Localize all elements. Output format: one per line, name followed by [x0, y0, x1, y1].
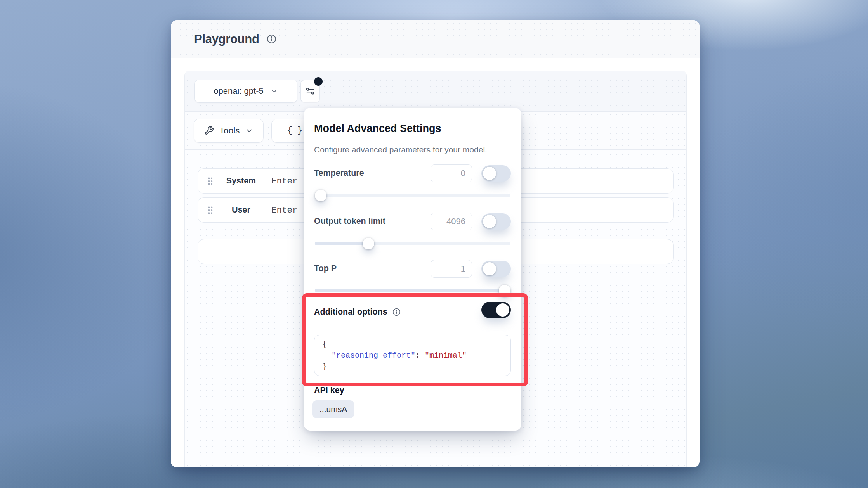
slider-fill [315, 242, 368, 245]
slider-knob[interactable] [315, 190, 326, 201]
temperature-input[interactable]: 0 [431, 164, 472, 182]
additional-options-label: Additional options [314, 307, 401, 317]
model-settings-button[interactable] [300, 80, 320, 102]
chevron-down-icon [270, 87, 278, 95]
json-key: "reasoning_effort" [332, 351, 415, 360]
output-token-limit-toggle[interactable] [481, 213, 511, 230]
model-toolbar: openai: gpt-5 [185, 71, 686, 112]
toggle-knob [483, 215, 496, 228]
slider-fill [315, 289, 505, 292]
message-placeholder[interactable]: Enter [271, 205, 298, 215]
sliders-icon [305, 86, 315, 96]
top-p-slider[interactable] [315, 285, 510, 296]
output-token-limit-input[interactable]: 4096 [431, 213, 472, 230]
additional-options-json-editor[interactable]: { "reasoning_effort": "minimal" } [314, 335, 511, 376]
settings-notification-dot [314, 77, 323, 86]
toggle-knob [483, 167, 496, 180]
slider-knob[interactable] [499, 285, 510, 296]
model-advanced-settings-popover: Model Advanced Settings Configure advanc… [304, 108, 521, 431]
model-selector-value: openai: gpt-5 [214, 86, 263, 96]
drag-handle-icon[interactable] [204, 205, 216, 215]
wrench-icon [204, 126, 214, 135]
popover-subtitle: Configure advanced parameters for your m… [314, 145, 487, 154]
top-p-input[interactable]: 1 [431, 260, 472, 278]
api-key-label: API key [314, 386, 344, 395]
drag-handle-icon[interactable] [204, 176, 216, 186]
slider-knob[interactable] [363, 238, 374, 249]
page-title: Playground [194, 32, 259, 46]
page-header: Playground [171, 20, 700, 58]
message-role-label: User [216, 205, 266, 215]
temperature-toggle[interactable] [481, 165, 511, 182]
slider-track [315, 194, 510, 197]
toggle-knob [483, 262, 496, 275]
temperature-label: Temperature [314, 168, 364, 178]
temperature-slider[interactable] [315, 190, 510, 201]
toggle-knob [496, 303, 509, 317]
top-p-toggle[interactable] [481, 261, 511, 277]
json-value: "minimal" [425, 351, 467, 360]
chevron-down-icon [245, 127, 253, 135]
additional-options-toggle[interactable] [481, 302, 511, 318]
top-p-label: Top P [314, 264, 337, 273]
info-icon [392, 308, 401, 317]
json-button-label: { } [287, 126, 303, 135]
output-token-limit-label: Output token limit [314, 216, 385, 226]
message-placeholder[interactable]: Enter [271, 176, 298, 186]
model-selector-dropdown[interactable]: openai: gpt-5 [194, 80, 297, 103]
info-icon[interactable] [266, 34, 277, 44]
output-token-limit-slider[interactable] [315, 238, 510, 249]
popover-title: Model Advanced Settings [314, 123, 441, 135]
message-role-label: System [216, 176, 266, 186]
tools-dropdown-button[interactable]: Tools [194, 119, 264, 143]
api-key-value-badge[interactable]: ...umsA [312, 400, 354, 418]
tools-button-label: Tools [219, 126, 240, 136]
